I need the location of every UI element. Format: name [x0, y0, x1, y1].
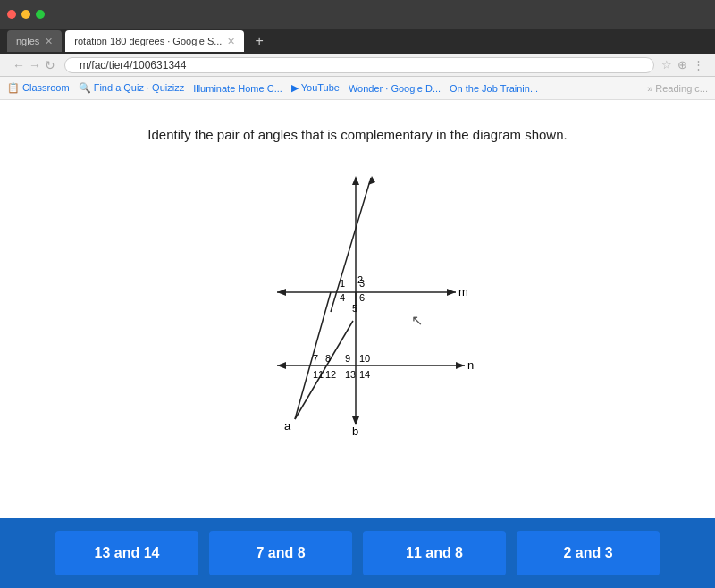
label-3: 3: [359, 278, 365, 289]
back-icon[interactable]: ←: [13, 58, 25, 72]
label-13: 13: [345, 369, 356, 380]
minimize-button[interactable]: [21, 10, 30, 19]
bookmark-classroom[interactable]: 📋 Classroom: [7, 82, 70, 94]
svg-marker-11: [456, 362, 465, 369]
forward-icon[interactable]: →: [29, 58, 41, 72]
reload-icon[interactable]: ↻: [45, 58, 55, 72]
answer-btn-2[interactable]: 7 and 8: [209, 531, 352, 575]
bookmark-icon[interactable]: ☆: [661, 58, 672, 71]
label-11: 11: [313, 369, 324, 380]
answer-btn-1[interactable]: 13 and 14: [55, 531, 198, 575]
svg-marker-10: [277, 362, 286, 369]
tab-close-icon-2[interactable]: ✕: [227, 36, 235, 47]
browser-title-bar: [0, 0, 715, 29]
url-input[interactable]: m/fac/tier4/100631344: [64, 57, 654, 73]
label-1: 1: [340, 278, 345, 289]
answer-buttons-bar: 13 and 14 7 and 8 11 and 8 2 and 3: [0, 518, 715, 588]
label-9: 9: [345, 353, 350, 364]
label-7: 7: [313, 353, 318, 364]
more-bookmarks[interactable]: » Reading c...: [647, 83, 708, 94]
answer-btn-3[interactable]: 11 and 8: [363, 531, 506, 575]
diagram-svg: m 1 2 3 4 6 5 n: [223, 160, 492, 437]
label-n: n: [467, 358, 474, 372]
angle-diagram: m 1 2 3 4 6 5 n: [223, 160, 492, 437]
bookmark-wonder[interactable]: Wonder · Google D...: [349, 83, 441, 94]
label-4: 4: [340, 292, 345, 303]
label-10: 10: [359, 353, 370, 364]
bookmark-job[interactable]: On the Job Trainin...: [450, 83, 538, 94]
maximize-button[interactable]: [36, 10, 45, 19]
bookmarks-bar: 📋 Classroom 🔍 Find a Quiz · Quizizz Illu…: [0, 77, 715, 100]
label-14: 14: [359, 369, 370, 380]
extensions-icon[interactable]: ⊕: [677, 58, 687, 71]
label-12: 12: [325, 369, 336, 380]
window-controls[interactable]: [7, 10, 45, 19]
new-tab-button[interactable]: +: [255, 33, 263, 49]
main-content: Identify the pair of angles that is comp…: [0, 100, 715, 588]
bookmark-youtube[interactable]: ▶ YouTube: [291, 82, 340, 94]
label-6: 6: [359, 292, 365, 303]
label-a: a: [284, 419, 291, 433]
tab-bar: ngles ✕ rotation 180 degrees · Google S.…: [0, 29, 715, 54]
close-button[interactable]: [7, 10, 16, 19]
label-b: b: [352, 424, 358, 437]
tab-close-icon[interactable]: ✕: [45, 36, 53, 47]
label-m: m: [458, 285, 468, 298]
tab-angles[interactable]: ngles ✕: [7, 30, 62, 52]
svg-marker-6: [447, 289, 456, 296]
question-text: Identify the pair of angles that is comp…: [147, 127, 567, 142]
tab-rotation[interactable]: rotation 180 degrees · Google S... ✕: [65, 30, 244, 52]
bookmark-quizizz[interactable]: 🔍 Find a Quiz · Quizizz: [79, 82, 185, 94]
label-8: 8: [325, 353, 331, 364]
cursor: ↖: [411, 313, 423, 328]
menu-icon[interactable]: ⋮: [693, 58, 704, 71]
svg-marker-3: [368, 176, 375, 185]
answer-btn-4[interactable]: 2 and 3: [517, 531, 660, 575]
bookmark-illuminate[interactable]: Illuminate Home C...: [193, 83, 282, 94]
svg-marker-2: [352, 176, 359, 185]
svg-marker-5: [277, 289, 286, 296]
label-5: 5: [352, 303, 358, 314]
address-bar[interactable]: ← → ↻ m/fac/tier4/100631344 ☆ ⊕ ⋮: [0, 54, 715, 77]
